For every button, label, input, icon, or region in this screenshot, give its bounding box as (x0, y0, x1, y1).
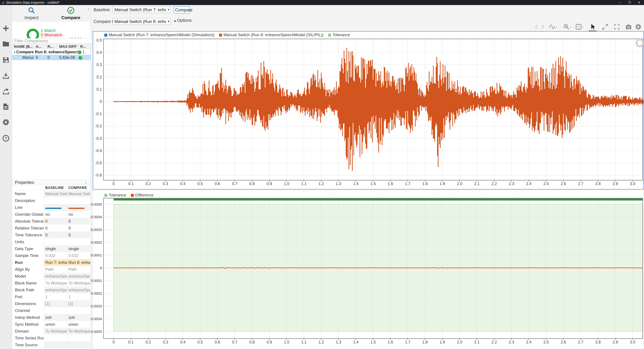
property-value[interactable]: Run 7: enhance (44, 259, 67, 266)
chevron-down-icon[interactable]: ▾ (570, 26, 571, 28)
property-value[interactable] (67, 335, 90, 342)
export-icon[interactable] (2, 88, 10, 95)
col-result[interactable]: R... (78, 44, 90, 49)
property-row[interactable]: Time Tolerance00 (12, 232, 90, 238)
property-value[interactable]: Run 8: enhance (67, 259, 90, 266)
fullscreen-icon[interactable] (614, 23, 620, 30)
property-value[interactable] (67, 204, 90, 211)
property-value[interactable] (44, 342, 67, 348)
property-value[interactable]: Path (67, 266, 90, 273)
property-value[interactable]: single (67, 245, 90, 252)
prev-icon[interactable] (533, 23, 540, 30)
property-value[interactable]: To Workspace (44, 328, 67, 335)
help-icon[interactable]: ? (2, 135, 10, 142)
property-value[interactable] (67, 307, 90, 314)
snapshot-camera-icon[interactable] (625, 23, 632, 30)
table-row[interactable]: Manual 0 0 5.63e-06 ✓ (12, 55, 90, 60)
plot-settings-gear-icon[interactable] (635, 23, 642, 30)
col-rel[interactable]: R... (46, 44, 57, 49)
property-value[interactable]: 0 (44, 232, 67, 238)
col-name[interactable]: NAME (B... (12, 44, 34, 49)
group-row[interactable]: ▾ Compare Run 8: enhanceSpeechModel ✓ 1 (12, 49, 90, 55)
property-row[interactable]: Data Typesinglesingle (12, 245, 90, 252)
property-value[interactable]: enhanceSpeec (44, 273, 67, 280)
tab-inspect[interactable]: Inspect (12, 5, 51, 21)
property-value[interactable]: [1] (44, 300, 67, 307)
property-row[interactable]: Channel (12, 307, 90, 314)
property-row[interactable]: Align ByPathPath (12, 266, 90, 273)
property-value[interactable]: single (44, 245, 67, 252)
property-value[interactable]: 0 (67, 232, 90, 238)
chevron-down-icon[interactable]: ⌄ (84, 180, 88, 185)
property-value[interactable] (44, 335, 67, 342)
compare-button[interactable]: Compare (174, 6, 190, 13)
property-value[interactable]: 0 (67, 225, 90, 232)
report-icon[interactable] (2, 103, 10, 110)
maximize-button[interactable]: ❐ (624, 0, 634, 5)
property-row[interactable]: DomainTo WorkspaceTo Workspace (12, 328, 90, 335)
tab-compare[interactable]: Compare (51, 5, 90, 21)
properties-header[interactable]: Properties ⌄ (12, 180, 90, 185)
property-row[interactable]: Description (12, 197, 90, 204)
zoom-icon[interactable] (563, 23, 570, 30)
property-row[interactable]: Override Global Tolenono (12, 211, 90, 218)
close-button[interactable]: ✕ (634, 0, 644, 5)
property-value[interactable]: 1 (44, 293, 67, 300)
col-abs[interactable]: A... (34, 44, 46, 49)
property-value[interactable] (67, 342, 90, 348)
save-icon[interactable] (2, 56, 10, 64)
property-value[interactable]: [1] (67, 300, 90, 307)
compare-to-dropdown[interactable]: Manual Switch (Run 8: enhanceSp ▼ (112, 18, 171, 25)
waveform-plot[interactable]: -0.6-0.5-0.4-0.3-0.2-0.100.10.20.30.40.5… (93, 31, 644, 189)
property-value[interactable]: Manual Switch (44, 190, 67, 197)
property-value[interactable]: zoh (67, 314, 90, 321)
property-value[interactable]: To Workspace (44, 280, 67, 287)
signal-style-icon[interactable] (549, 23, 556, 30)
property-row[interactable]: Block PathenhanceSpeecenhanceSpeec (12, 287, 90, 293)
property-value[interactable]: enhanceSpeec (67, 287, 90, 293)
collapse-panel-icon[interactable]: ‹ (88, 6, 89, 11)
comparison-table-header[interactable]: NAME (B... A... R... MAX DIFF R... (12, 44, 90, 49)
property-row[interactable]: Relative Tolerance00 (12, 225, 90, 232)
property-row[interactable]: Dimensions[1][1] (12, 300, 90, 307)
import-icon[interactable] (2, 72, 10, 79)
property-value[interactable]: Manual Switch (67, 190, 90, 197)
property-value[interactable]: 0 (44, 225, 67, 232)
difference-plot[interactable]: -0.0005-0.0004-0.0003-0.0002-0.000100.00… (91, 190, 644, 346)
property-value[interactable] (67, 238, 90, 245)
options-toggle[interactable]: ▶ Options (174, 18, 192, 23)
property-value[interactable]: To Workspace (67, 280, 90, 287)
property-value[interactable] (67, 197, 90, 204)
property-row[interactable]: ModelenhanceSpeecenhanceSpeec (12, 273, 90, 280)
property-value[interactable]: 0 (67, 218, 90, 225)
property-row[interactable]: Absolute Tolerance00 (12, 218, 90, 225)
property-value[interactable] (44, 197, 67, 204)
group-expander-icon[interactable]: ▾ (14, 51, 16, 54)
property-row[interactable]: RunRun 7: enhanceRun 8: enhance (12, 259, 90, 266)
property-value[interactable] (44, 204, 67, 211)
fit-view-icon[interactable] (575, 23, 582, 30)
property-value[interactable]: enhanceSpeec (44, 287, 67, 293)
baseline-dropdown[interactable]: Manual Switch (Run 7: enhanceSp ▼ (112, 6, 171, 13)
property-value[interactable]: union (67, 321, 90, 328)
property-value[interactable]: no (44, 211, 67, 218)
property-row[interactable]: Line (12, 204, 90, 211)
minimize-button[interactable]: – (615, 0, 624, 5)
property-row[interactable]: Port11 (12, 293, 90, 300)
property-value[interactable]: no (67, 211, 90, 218)
property-row[interactable]: Sync Methodunionunion (12, 321, 90, 328)
property-value[interactable]: 1 (67, 293, 90, 300)
chevron-down-icon[interactable]: ▾ (556, 26, 557, 28)
expand-icon[interactable] (602, 23, 608, 30)
property-value[interactable]: 0.032 (44, 252, 67, 259)
property-value[interactable] (44, 307, 67, 314)
property-value[interactable]: zoh (44, 314, 67, 321)
add-icon[interactable] (2, 25, 10, 32)
property-value[interactable]: enhanceSpeec (67, 273, 90, 280)
filter-comparisons-input[interactable] (12, 38, 92, 43)
property-row[interactable]: Interp Methodzohzoh (12, 314, 90, 321)
property-row[interactable]: Sample Time0.0320.032 (12, 252, 90, 259)
cursor-icon[interactable] (589, 23, 596, 30)
property-value[interactable]: Path (44, 266, 67, 273)
gear-icon[interactable] (2, 118, 10, 126)
